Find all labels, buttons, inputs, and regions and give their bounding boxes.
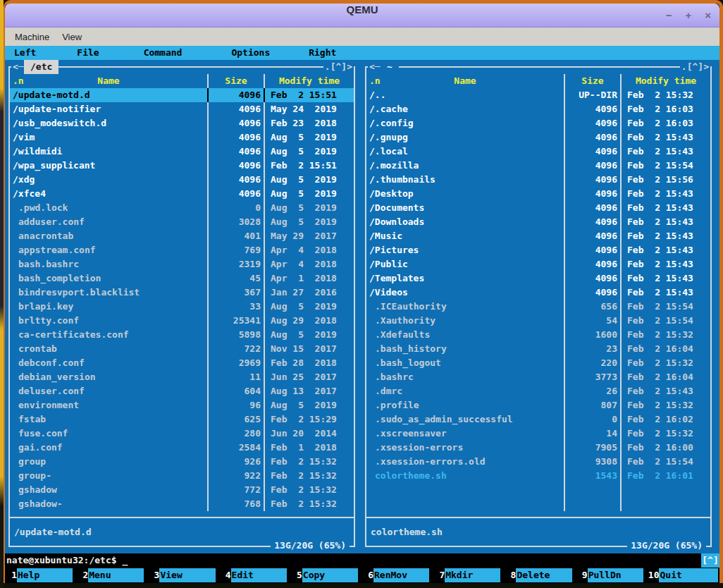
file-modify-time: May 24 2019 <box>265 102 354 116</box>
file-row[interactable]: brlapi.key33Aug 5 2019 <box>10 300 354 314</box>
window-titlebar[interactable]: QEMU − + × <box>5 4 719 27</box>
file-row[interactable]: .pwd.lock0Aug 5 2019 <box>10 201 354 215</box>
file-row[interactable]: .xsession-errors.old9308Feb 2 15:54 <box>366 455 710 469</box>
file-row[interactable]: /Templates4096Feb 2 15:43 <box>366 271 710 286</box>
file-row[interactable]: group-922Feb 2 15:32 <box>10 469 354 483</box>
file-row[interactable]: /Downloads4096Feb 2 15:43 <box>366 215 710 229</box>
file-row[interactable]: debian_version11Jun 25 2017 <box>10 370 354 384</box>
file-row[interactable]: .bash_logout220Feb 2 15:32 <box>366 356 710 370</box>
file-row[interactable]: /xfce44096Aug 5 2019 <box>10 187 354 201</box>
file-row[interactable]: /wildmidi4096Aug 5 2019 <box>10 145 354 159</box>
file-row[interactable]: /Public4096Feb 2 15:43 <box>366 257 710 271</box>
file-row[interactable]: bindresvport.blacklist367Jan 27 2016 <box>10 286 354 300</box>
file-row[interactable]: /Desktop4096Feb 2 15:43 <box>366 187 710 201</box>
file-row[interactable]: /.thumbnails4096Feb 2 15:56 <box>366 173 710 187</box>
file-row[interactable]: ca-certificates.conf5898Aug 5 2019 <box>10 328 354 342</box>
file-row[interactable]: /update-notifier4096May 24 2019 <box>10 102 354 116</box>
fkey-9-pulldn[interactable]: 9PullDn <box>577 568 648 582</box>
file-row[interactable]: /xdg4096Aug 5 2019 <box>10 173 354 187</box>
column-header-modify-time[interactable]: Modify time <box>265 74 354 88</box>
panel-history-back-icon[interactable]: <─ <box>11 60 25 74</box>
file-row[interactable]: .xscreensaver14Feb 2 15:32 <box>366 427 710 441</box>
file-row[interactable]: fuse.conf280Jun 20 2014 <box>10 427 354 441</box>
file-row[interactable]: anacrontab401May 29 2017 <box>10 229 354 243</box>
file-row[interactable]: .xsession-errors7905Feb 2 16:00 <box>366 441 710 455</box>
fkey-5-copy[interactable]: 5Copy <box>292 568 363 582</box>
file-row[interactable]: .Xauthority54Feb 2 15:54 <box>366 314 710 328</box>
file-row[interactable]: brltty.conf25341Aug 29 2018 <box>10 314 354 328</box>
file-row[interactable]: /.cache4096Feb 2 16:03 <box>366 102 710 116</box>
file-row[interactable]: bash_completion45Apr 1 2018 <box>10 271 354 286</box>
file-size: 4096 <box>565 187 622 201</box>
minimize-icon[interactable]: − <box>666 9 672 21</box>
right-panel-path[interactable]: ~ <box>381 60 399 74</box>
left-panel-path[interactable]: /etc <box>24 60 58 74</box>
file-modify-time: Aug 5 2019 <box>265 187 354 201</box>
mc-menu-item-options[interactable]: Options <box>231 46 270 60</box>
file-modify-time: Feb 2 15:51 <box>265 159 354 173</box>
file-row[interactable]: /Videos4096Feb 2 15:43 <box>366 286 710 300</box>
file-row[interactable]: appstream.conf769Apr 4 2018 <box>10 243 354 257</box>
file-row[interactable]: gshadow-768Feb 2 15:32 <box>10 497 354 511</box>
column-header-modify-time[interactable]: Modify time <box>622 74 710 88</box>
mc-menu-item-file[interactable]: File <box>77 46 99 60</box>
mc-menu-item-right[interactable]: Right <box>309 46 336 60</box>
panel-corner-marker[interactable]: .[^]> <box>323 60 354 74</box>
file-row[interactable]: group926Feb 2 15:32 <box>10 455 354 469</box>
file-row[interactable]: .Xdefaults1600Feb 2 15:32 <box>366 328 710 342</box>
fkey-2-menu[interactable]: 2Menu <box>78 568 149 582</box>
fkey-8-delete[interactable]: 8Delete <box>505 568 576 582</box>
file-row[interactable]: .bash_history23Feb 2 16:04 <box>366 342 710 356</box>
file-row[interactable]: /usb_modeswitch.d4096Feb 23 2018 <box>10 116 354 130</box>
file-row[interactable]: /vim4096Aug 5 2019 <box>10 130 354 145</box>
file-row[interactable]: colortheme.sh1543Feb 2 16:01 <box>366 469 710 483</box>
file-row[interactable]: /.config4096Feb 2 16:03 <box>366 116 710 130</box>
fkey-4-edit[interactable]: 4Edit <box>221 568 292 582</box>
panel-history-back-icon[interactable]: <─ <box>368 60 382 74</box>
file-modify-time: Feb 2 15:32 <box>265 469 354 483</box>
file-row[interactable]: /update-motd.d4096Feb 2 15:51 <box>10 88 354 102</box>
file-row[interactable]: /.local4096Feb 2 15:43 <box>366 145 710 159</box>
file-row[interactable]: .sudo_as_admin_successful0Feb 2 16:02 <box>366 412 710 427</box>
shell-command-line[interactable]: nate@xubuntu32:/etc$ _ <box>5 553 719 568</box>
panel-corner-marker[interactable]: .[^]> <box>680 60 710 74</box>
fkey-label: Edit <box>231 568 287 582</box>
file-row[interactable]: .bashrc3773Feb 2 16:04 <box>366 370 710 384</box>
file-row[interactable]: gai.conf2584Feb 1 2018 <box>10 441 354 455</box>
file-modify-time: Feb 2 15:43 <box>622 201 710 215</box>
empty-row <box>366 497 710 511</box>
file-row[interactable]: .dmrc26Feb 2 15:43 <box>366 384 710 398</box>
fkey-1-help[interactable]: 1Help <box>6 568 78 582</box>
column-header-name[interactable]: .nName <box>366 74 565 88</box>
column-header-size[interactable]: Size <box>565 74 622 88</box>
file-row[interactable]: /..UP--DIRFeb 2 15:32 <box>366 88 710 102</box>
file-row[interactable]: /.gnupg4096Feb 2 15:43 <box>366 130 710 145</box>
file-row[interactable]: /.mozilla4096Feb 2 15:54 <box>366 159 710 173</box>
file-row[interactable]: environment96Aug 5 2019 <box>10 398 354 412</box>
file-row[interactable]: .profile807Feb 2 15:32 <box>366 398 710 412</box>
mc-menu-item-left[interactable]: Left <box>14 46 36 60</box>
close-icon[interactable]: × <box>705 9 711 21</box>
file-row[interactable]: .ICEauthority656Feb 2 15:54 <box>366 300 710 314</box>
file-row[interactable]: fstab625Feb 2 15:29 <box>10 412 354 427</box>
file-row[interactable]: bash.bashrc2319Apr 4 2018 <box>10 257 354 271</box>
file-row[interactable]: adduser.conf3028Aug 5 2019 <box>10 215 354 229</box>
file-row[interactable]: /Music4096Feb 2 15:43 <box>366 229 710 243</box>
file-row[interactable]: crontab722Nov 15 2017 <box>10 342 354 356</box>
file-row[interactable]: gshadow772Feb 2 15:32 <box>10 483 354 497</box>
mc-menu-item-command[interactable]: Command <box>144 46 183 60</box>
qemu-menu-item-machine[interactable]: Machine <box>15 32 49 42</box>
column-header-size[interactable]: Size <box>209 74 265 88</box>
file-row[interactable]: debconf.conf2969Feb 28 2018 <box>10 356 354 370</box>
column-header-name[interactable]: .nName <box>10 74 209 88</box>
maximize-icon[interactable]: + <box>685 9 691 21</box>
fkey-10-quit[interactable]: 10Quit <box>648 568 719 582</box>
fkey-6-renmov[interactable]: 6RenMov <box>363 568 434 582</box>
file-row[interactable]: /wpa_supplicant4096Feb 2 15:51 <box>10 159 354 173</box>
file-row[interactable]: deluser.conf604Aug 13 2017 <box>10 384 354 398</box>
file-row[interactable]: /Documents4096Feb 2 15:43 <box>366 201 710 215</box>
file-row[interactable]: /Pictures4096Feb 2 15:43 <box>366 243 710 257</box>
fkey-7-mkdir[interactable]: 7Mkdir <box>434 568 505 582</box>
fkey-3-view[interactable]: 3View <box>149 568 220 582</box>
qemu-menu-item-view[interactable]: View <box>62 32 82 42</box>
